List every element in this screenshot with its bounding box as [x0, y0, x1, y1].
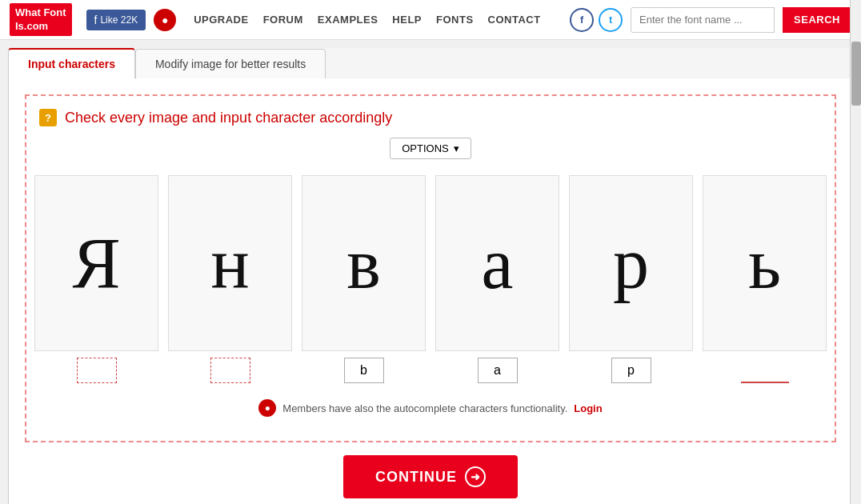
like-button[interactable]: f Like 22K: [86, 10, 146, 30]
dropdown-arrow-icon: ▾: [454, 142, 459, 154]
nav-upgrade[interactable]: UPGRADE: [194, 14, 249, 26]
continue-btn-wrap: CONTINUE ➜: [25, 455, 836, 498]
char-card-6: ь: [703, 175, 827, 383]
dashed-content-area: ? Check every image and input character …: [25, 94, 836, 442]
main-content: ? Check every image and input character …: [8, 78, 853, 504]
options-button[interactable]: OPTIONS ▾: [390, 138, 471, 159]
header: What Font Is.com f Like 22K ● UPGRADE FO…: [0, 0, 861, 40]
char-card-4: а: [435, 175, 559, 383]
tabs-bar: Input characters Modify image for better…: [8, 48, 861, 78]
social-icons: f t: [570, 8, 623, 32]
char-display-4: а: [482, 222, 514, 305]
char-image-2: н: [168, 175, 292, 351]
nav-contact[interactable]: CONTACT: [488, 14, 541, 26]
question-icon: ?: [39, 109, 57, 126]
char-display-1: Я: [72, 222, 120, 305]
font-name-input[interactable]: [631, 7, 775, 33]
main-nav: UPGRADE FORUM EXAMPLES HELP FONTS CONTAC…: [194, 14, 562, 26]
continue-label: CONTINUE: [375, 469, 457, 486]
continue-button[interactable]: CONTINUE ➜: [343, 455, 518, 498]
logo: What Font Is.com: [10, 3, 72, 37]
char-input-1[interactable]: [77, 358, 117, 383]
char-card-1: Я: [34, 175, 158, 383]
options-label: OPTIONS: [402, 142, 449, 154]
instruction-text: Check every image and input character ac…: [65, 110, 392, 126]
nav-help[interactable]: HELP: [392, 14, 422, 26]
char-image-1: Я: [34, 175, 158, 351]
autocomplete-notice: ● Members have also the autocomplete cha…: [39, 399, 822, 417]
char-input-2[interactable]: [210, 358, 250, 383]
char-card-3: в: [302, 175, 426, 383]
char-input-6[interactable]: [741, 358, 789, 383]
char-image-5: р: [569, 175, 693, 351]
scrollbar-thumb[interactable]: [851, 42, 861, 106]
char-image-4: а: [435, 175, 559, 351]
login-link[interactable]: Login: [574, 402, 602, 414]
facebook-social-button[interactable]: f: [570, 8, 594, 32]
tab-input-characters[interactable]: Input characters: [8, 48, 135, 78]
member-icon: ●: [258, 399, 276, 417]
facebook-icon: f: [94, 14, 98, 26]
char-input-4[interactable]: [478, 358, 518, 383]
char-display-2: н: [210, 222, 249, 305]
char-input-5[interactable]: [611, 358, 651, 383]
instruction-row: ? Check every image and input character …: [39, 109, 822, 126]
char-display-3: в: [346, 222, 381, 305]
tab-modify-image[interactable]: Modify image for better results: [135, 49, 326, 78]
char-input-3[interactable]: [344, 358, 384, 383]
char-card-2: н: [168, 175, 292, 383]
user-icon: ●: [162, 14, 168, 26]
nav-fonts[interactable]: FONTS: [436, 14, 474, 26]
char-display-5: р: [613, 222, 649, 305]
char-display-6: ь: [748, 222, 781, 305]
char-image-6: ь: [703, 175, 827, 351]
char-image-3: в: [302, 175, 426, 351]
logo-text: What Font Is.com: [10, 3, 72, 37]
scrollbar[interactable]: [850, 0, 861, 504]
nav-forum[interactable]: FORUM: [263, 14, 303, 26]
autocomplete-text: Members have also the autocomplete chara…: [282, 402, 567, 414]
like-label: Like 22K: [100, 14, 138, 26]
nav-examples[interactable]: EXAMPLES: [318, 14, 378, 26]
characters-row: Я н в а: [39, 175, 822, 383]
char-card-5: р: [569, 175, 693, 383]
continue-arrow-icon: ➜: [465, 466, 486, 487]
search-button[interactable]: SEARCH: [783, 7, 851, 33]
user-icon-button[interactable]: ●: [154, 9, 176, 31]
twitter-social-button[interactable]: t: [599, 8, 623, 32]
